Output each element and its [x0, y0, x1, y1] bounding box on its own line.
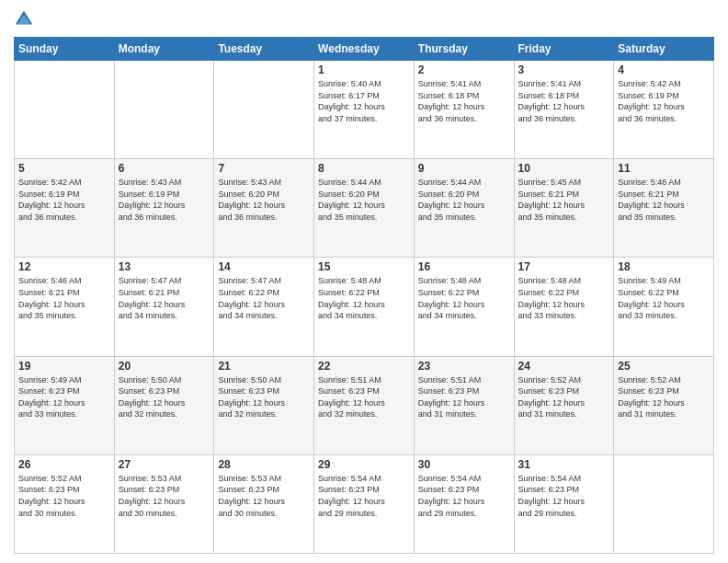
day-info: Sunrise: 5:51 AM Sunset: 6:23 PM Dayligh… — [318, 374, 410, 420]
day-info: Sunrise: 5:42 AM Sunset: 6:19 PM Dayligh… — [618, 78, 710, 124]
day-number: 14 — [218, 260, 310, 273]
logo-icon — [14, 9, 34, 29]
calendar-cell: 4Sunrise: 5:42 AM Sunset: 6:19 PM Daylig… — [614, 61, 714, 159]
calendar-cell: 16Sunrise: 5:48 AM Sunset: 6:22 PM Dayli… — [414, 258, 514, 356]
day-info: Sunrise: 5:46 AM Sunset: 6:21 PM Dayligh… — [618, 177, 710, 223]
day-number: 24 — [518, 360, 610, 373]
calendar-cell: 19Sunrise: 5:49 AM Sunset: 6:23 PM Dayli… — [15, 356, 115, 454]
day-number: 22 — [318, 360, 410, 373]
day-number: 13 — [119, 260, 210, 273]
day-info: Sunrise: 5:47 AM Sunset: 6:21 PM Dayligh… — [119, 275, 210, 321]
day-number: 10 — [518, 162, 610, 175]
day-info: Sunrise: 5:52 AM Sunset: 6:23 PM Dayligh… — [518, 374, 610, 420]
day-number: 1 — [318, 63, 410, 76]
day-info: Sunrise: 5:54 AM Sunset: 6:23 PM Dayligh… — [318, 473, 410, 519]
calendar-cell — [15, 61, 115, 159]
day-number: 16 — [418, 260, 510, 273]
day-info: Sunrise: 5:54 AM Sunset: 6:23 PM Dayligh… — [418, 473, 510, 519]
calendar-cell: 29Sunrise: 5:54 AM Sunset: 6:23 PM Dayli… — [314, 454, 415, 553]
calendar-cell: 3Sunrise: 5:41 AM Sunset: 6:18 PM Daylig… — [514, 61, 614, 159]
calendar-cell: 31Sunrise: 5:54 AM Sunset: 6:23 PM Dayli… — [514, 454, 614, 553]
day-info: Sunrise: 5:40 AM Sunset: 6:17 PM Dayligh… — [318, 78, 410, 124]
calendar-cell: 30Sunrise: 5:54 AM Sunset: 6:23 PM Dayli… — [414, 454, 514, 553]
calendar-cell: 25Sunrise: 5:52 AM Sunset: 6:23 PM Dayli… — [614, 356, 714, 454]
day-number: 3 — [518, 63, 610, 76]
calendar-cell: 7Sunrise: 5:43 AM Sunset: 6:20 PM Daylig… — [214, 159, 314, 258]
col-wednesday: Wednesday — [314, 38, 415, 61]
day-number: 21 — [218, 360, 310, 373]
day-info: Sunrise: 5:42 AM Sunset: 6:19 PM Dayligh… — [18, 177, 110, 223]
day-info: Sunrise: 5:47 AM Sunset: 6:22 PM Dayligh… — [218, 275, 310, 321]
day-number: 9 — [418, 162, 510, 175]
day-info: Sunrise: 5:49 AM Sunset: 6:23 PM Dayligh… — [18, 374, 110, 420]
day-number: 25 — [618, 360, 710, 373]
calendar-cell: 23Sunrise: 5:51 AM Sunset: 6:23 PM Dayli… — [414, 356, 514, 454]
day-info: Sunrise: 5:48 AM Sunset: 6:22 PM Dayligh… — [418, 275, 510, 321]
day-number: 20 — [119, 360, 210, 373]
calendar-cell: 18Sunrise: 5:49 AM Sunset: 6:22 PM Dayli… — [614, 258, 714, 356]
calendar-cell: 21Sunrise: 5:50 AM Sunset: 6:23 PM Dayli… — [214, 356, 314, 454]
day-info: Sunrise: 5:44 AM Sunset: 6:20 PM Dayligh… — [318, 177, 410, 223]
page: Sunday Monday Tuesday Wednesday Thursday… — [0, 0, 728, 563]
day-number: 12 — [18, 260, 110, 273]
day-number: 29 — [318, 458, 410, 471]
day-number: 2 — [418, 63, 510, 76]
col-saturday: Saturday — [614, 38, 714, 61]
day-info: Sunrise: 5:45 AM Sunset: 6:21 PM Dayligh… — [518, 177, 610, 223]
calendar-cell: 24Sunrise: 5:52 AM Sunset: 6:23 PM Dayli… — [514, 356, 614, 454]
calendar-cell: 12Sunrise: 5:46 AM Sunset: 6:21 PM Dayli… — [15, 258, 115, 356]
day-info: Sunrise: 5:50 AM Sunset: 6:23 PM Dayligh… — [218, 374, 310, 420]
day-number: 31 — [518, 458, 610, 471]
day-info: Sunrise: 5:52 AM Sunset: 6:23 PM Dayligh… — [18, 473, 110, 519]
day-info: Sunrise: 5:49 AM Sunset: 6:22 PM Dayligh… — [618, 275, 710, 321]
day-info: Sunrise: 5:41 AM Sunset: 6:18 PM Dayligh… — [418, 78, 510, 124]
calendar-cell: 10Sunrise: 5:45 AM Sunset: 6:21 PM Dayli… — [514, 159, 614, 258]
calendar-cell: 11Sunrise: 5:46 AM Sunset: 6:21 PM Dayli… — [614, 159, 714, 258]
col-friday: Friday — [514, 38, 614, 61]
day-number: 19 — [18, 360, 110, 373]
day-info: Sunrise: 5:53 AM Sunset: 6:23 PM Dayligh… — [218, 473, 310, 519]
day-info: Sunrise: 5:53 AM Sunset: 6:23 PM Dayligh… — [119, 473, 210, 519]
calendar-cell: 2Sunrise: 5:41 AM Sunset: 6:18 PM Daylig… — [414, 61, 514, 159]
day-info: Sunrise: 5:43 AM Sunset: 6:19 PM Dayligh… — [119, 177, 210, 223]
day-info: Sunrise: 5:44 AM Sunset: 6:20 PM Dayligh… — [418, 177, 510, 223]
day-info: Sunrise: 5:48 AM Sunset: 6:22 PM Dayligh… — [518, 275, 610, 321]
calendar-cell: 1Sunrise: 5:40 AM Sunset: 6:17 PM Daylig… — [314, 61, 415, 159]
calendar-week-4: 19Sunrise: 5:49 AM Sunset: 6:23 PM Dayli… — [15, 356, 714, 454]
day-number: 11 — [618, 162, 710, 175]
day-info: Sunrise: 5:43 AM Sunset: 6:20 PM Dayligh… — [218, 177, 310, 223]
col-monday: Monday — [114, 38, 214, 61]
calendar-cell: 28Sunrise: 5:53 AM Sunset: 6:23 PM Dayli… — [214, 454, 314, 553]
day-number: 17 — [518, 260, 610, 273]
calendar-week-2: 5Sunrise: 5:42 AM Sunset: 6:19 PM Daylig… — [15, 159, 714, 258]
day-info: Sunrise: 5:48 AM Sunset: 6:22 PM Dayligh… — [318, 275, 410, 321]
day-number: 18 — [618, 260, 710, 273]
calendar-cell: 26Sunrise: 5:52 AM Sunset: 6:23 PM Dayli… — [15, 454, 115, 553]
col-sunday: Sunday — [15, 38, 115, 61]
day-info: Sunrise: 5:41 AM Sunset: 6:18 PM Dayligh… — [518, 78, 610, 124]
header-row: Sunday Monday Tuesday Wednesday Thursday… — [15, 38, 714, 61]
calendar-week-5: 26Sunrise: 5:52 AM Sunset: 6:23 PM Dayli… — [15, 454, 714, 553]
calendar-week-3: 12Sunrise: 5:46 AM Sunset: 6:21 PM Dayli… — [15, 258, 714, 356]
calendar-table: Sunday Monday Tuesday Wednesday Thursday… — [14, 37, 714, 554]
calendar-cell — [114, 61, 214, 159]
day-number: 23 — [418, 360, 510, 373]
day-info: Sunrise: 5:54 AM Sunset: 6:23 PM Dayligh… — [518, 473, 610, 519]
day-number: 4 — [618, 63, 710, 76]
calendar-cell: 20Sunrise: 5:50 AM Sunset: 6:23 PM Dayli… — [114, 356, 214, 454]
day-number: 6 — [119, 162, 210, 175]
calendar-cell: 27Sunrise: 5:53 AM Sunset: 6:23 PM Dayli… — [114, 454, 214, 553]
day-number: 28 — [218, 458, 310, 471]
day-number: 8 — [318, 162, 410, 175]
day-number: 15 — [318, 260, 410, 273]
day-number: 7 — [218, 162, 310, 175]
logo — [14, 9, 38, 29]
calendar-cell: 8Sunrise: 5:44 AM Sunset: 6:20 PM Daylig… — [314, 159, 415, 258]
calendar-cell: 17Sunrise: 5:48 AM Sunset: 6:22 PM Dayli… — [514, 258, 614, 356]
day-number: 5 — [18, 162, 110, 175]
col-thursday: Thursday — [414, 38, 514, 61]
calendar-cell: 6Sunrise: 5:43 AM Sunset: 6:19 PM Daylig… — [114, 159, 214, 258]
calendar-cell — [614, 454, 714, 553]
calendar-cell: 9Sunrise: 5:44 AM Sunset: 6:20 PM Daylig… — [414, 159, 514, 258]
calendar-cell: 5Sunrise: 5:42 AM Sunset: 6:19 PM Daylig… — [15, 159, 115, 258]
